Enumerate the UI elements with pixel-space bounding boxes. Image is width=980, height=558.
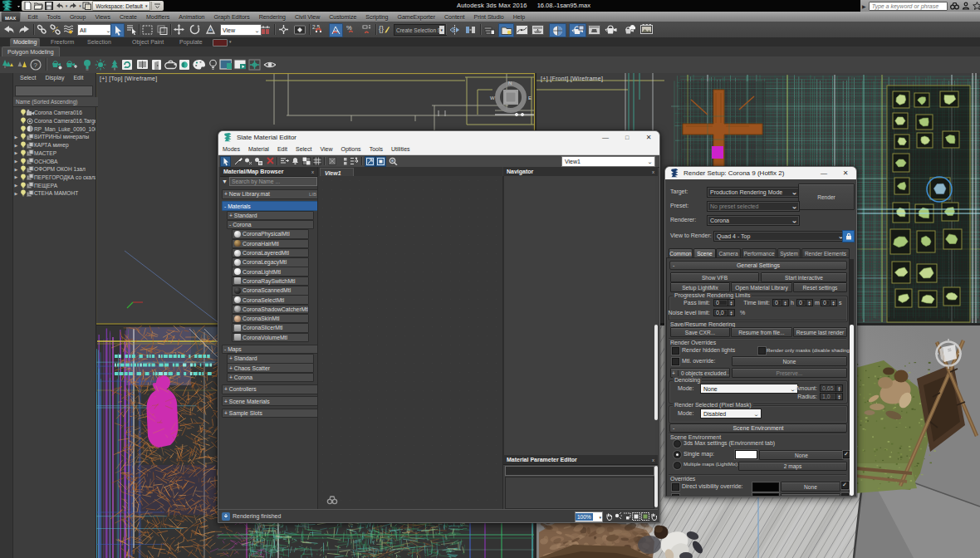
show-vfb-button[interactable]: Show VFB bbox=[670, 272, 759, 282]
slate-pick-from-object-icon[interactable] bbox=[243, 156, 252, 165]
viewport-lock-button[interactable] bbox=[842, 230, 855, 242]
slate-delete-icon[interactable] bbox=[266, 156, 275, 165]
slate-render-map-icon[interactable] bbox=[327, 156, 336, 165]
mtl-override-none-button[interactable]: None bbox=[732, 356, 847, 366]
use-pivot-point-icon[interactable] bbox=[259, 23, 272, 36]
slate-select-tree-icon[interactable] bbox=[341, 156, 350, 165]
visibility-bulb-icon[interactable] bbox=[19, 149, 27, 157]
ribbon-trees-icon[interactable] bbox=[2, 58, 14, 71]
ribbon-play-view-icon[interactable] bbox=[233, 58, 246, 71]
expand-arrow-icon[interactable]: ▶ bbox=[13, 159, 19, 164]
visibility-bulb-icon[interactable] bbox=[19, 158, 27, 165]
slate-show-background-icon[interactable] bbox=[301, 156, 311, 165]
explorer-item[interactable]: Corona Camera016.Targe bbox=[13, 117, 96, 125]
polygon-modeling-panel-tab[interactable]: Polygon Modeling bbox=[2, 46, 60, 56]
explorer-search-input[interactable] bbox=[15, 86, 93, 96]
slate-zoom-selected-icon[interactable] bbox=[375, 156, 386, 167]
keyboard-shortcut-override-icon[interactable] bbox=[293, 23, 306, 36]
canvas-search-binoculars-icon[interactable] bbox=[326, 495, 338, 505]
slate-menu-material[interactable]: Material bbox=[244, 146, 273, 152]
open-material-library-button[interactable]: Open Material Library bbox=[731, 282, 792, 292]
percent-snap-toggle-icon[interactable]: % bbox=[345, 23, 357, 36]
reflections-override-button[interactable] bbox=[781, 493, 840, 496]
browser-material-item[interactable]: CoronaScannedMtl bbox=[232, 286, 309, 296]
ribbon-tab-object-paint[interactable]: Object Paint bbox=[129, 38, 167, 46]
explorer-item[interactable]: ▶ОФОРМ ОКОН 1зал bbox=[13, 165, 96, 174]
direct-visibility-enable-checkbox[interactable] bbox=[841, 482, 849, 489]
browser-material-item[interactable]: CoronaSlicerMtl bbox=[232, 323, 309, 333]
expand-arrow-icon[interactable]: ▶ bbox=[13, 191, 19, 196]
selection-filter-dropdown[interactable]: All⌄ bbox=[77, 24, 113, 36]
browser-material-item[interactable]: CoronaLegacyMtl bbox=[232, 257, 309, 267]
browser-material-item[interactable]: CoronaSkinMtl bbox=[232, 314, 309, 324]
slate-zoom-extents-icon[interactable] bbox=[365, 156, 375, 167]
noise-limit-spinner[interactable]: 0,0▲▼ bbox=[713, 309, 735, 316]
direct-visibility-none-button[interactable]: None bbox=[781, 482, 840, 492]
ribbon-pine-icon[interactable] bbox=[108, 58, 120, 71]
rsetup-close-button[interactable]: ✕ bbox=[835, 167, 856, 179]
snaps-toggle-icon[interactable]: 2.5 bbox=[312, 23, 325, 36]
pass-limit-spinner[interactable]: 0▲▼ bbox=[713, 299, 735, 306]
denoising-mode-dropdown[interactable]: None⌄ bbox=[700, 384, 798, 394]
ribbon-door-icon[interactable] bbox=[150, 58, 163, 71]
start-interactive-button[interactable]: Start interactive bbox=[761, 272, 847, 282]
slate-menu-edit[interactable]: Edit bbox=[273, 146, 292, 152]
expand-arrow-icon[interactable]: ▶ bbox=[13, 167, 19, 172]
menu-group[interactable]: Group bbox=[65, 14, 90, 20]
select-and-rotate-icon[interactable] bbox=[189, 23, 201, 36]
menu-create[interactable]: Create bbox=[115, 14, 141, 20]
explorer-menu-select[interactable]: Select bbox=[20, 75, 36, 84]
slate-menu-select[interactable]: Select bbox=[292, 146, 316, 152]
render-production-icon[interactable] bbox=[605, 23, 617, 36]
browser-search-input[interactable]: Search by Name ... bbox=[229, 177, 317, 186]
reflections-override-checkbox[interactable] bbox=[841, 493, 849, 496]
unlink-selection-icon[interactable] bbox=[49, 23, 61, 36]
direct-visibility-checkbox[interactable] bbox=[672, 483, 679, 491]
multiple-maps-button[interactable]: 2 maps bbox=[738, 462, 847, 471]
ribbon-tab-selection[interactable]: Selection bbox=[84, 38, 115, 46]
browser-filter-icon[interactable]: ▼ bbox=[222, 179, 228, 184]
denoising-amount-spinner[interactable]: 0,65▲▼ bbox=[820, 384, 843, 392]
menu-print-studio[interactable]: Print Studio bbox=[469, 14, 508, 20]
scene-environment-rollout[interactable]: -Scene Environment bbox=[669, 423, 847, 433]
time-seconds-spinner[interactable]: 0▲▼ bbox=[821, 299, 837, 306]
slate-title-bar[interactable]: Slate Material Editor — □ ✕ bbox=[218, 131, 659, 144]
time-minutes-spinner[interactable]: 0▲▼ bbox=[796, 299, 813, 306]
menu-gameexporter[interactable]: GameExporter bbox=[393, 14, 440, 20]
ribbon-tree-small-icon[interactable] bbox=[16, 58, 28, 71]
add-excluded-button[interactable]: + bbox=[670, 370, 679, 376]
slate-hide-unused-nodeslots-icon[interactable] bbox=[291, 156, 300, 165]
slate-zoom-combo[interactable]: 100%▾ bbox=[575, 512, 603, 522]
slate-maximize-button[interactable]: □ bbox=[616, 131, 638, 144]
browser-material-item[interactable]: CoronaVolumeMtl bbox=[232, 333, 309, 343]
workspace-selector[interactable]: Workspace: Default ▾ bbox=[92, 1, 150, 11]
select-and-manipulate-icon[interactable] bbox=[277, 23, 290, 36]
slate-select-tool-icon[interactable] bbox=[220, 156, 231, 167]
browser-material-item[interactable]: CoronaLightMtl bbox=[232, 267, 309, 277]
reset-settings-button[interactable]: Reset settings bbox=[793, 282, 847, 292]
select-by-name-icon[interactable] bbox=[125, 23, 138, 36]
slate-menu-options[interactable]: Options bbox=[337, 146, 365, 152]
layer-manager-icon[interactable] bbox=[483, 23, 495, 36]
visibility-bulb-icon[interactable] bbox=[19, 165, 27, 173]
ribbon-update-page-icon[interactable] bbox=[121, 58, 134, 71]
help-search-input[interactable]: Type a keyword or phrase bbox=[869, 2, 948, 11]
spinner-snap-toggle-icon[interactable] bbox=[360, 23, 373, 36]
window-crossing-icon[interactable] bbox=[156, 23, 169, 36]
menu-customize[interactable]: Customize bbox=[325, 14, 361, 20]
slate-menu-modes[interactable]: Modes bbox=[218, 146, 244, 152]
viewport-shading-front[interactable]: [Wireframe] bbox=[571, 76, 603, 81]
mtl-override-checkbox[interactable] bbox=[672, 358, 679, 365]
3dsmax-logo-icon[interactable] bbox=[1, 0, 21, 12]
slate-node-canvas[interactable] bbox=[318, 176, 503, 509]
browser-group-item[interactable]: + Corona bbox=[227, 373, 314, 383]
resume-from-file-button[interactable]: Resume from file... bbox=[731, 327, 792, 337]
schematic-view-icon[interactable] bbox=[532, 23, 544, 36]
explorer-item[interactable]: ▶ПЕЩЕРА bbox=[13, 181, 96, 189]
render-hidden-lights-checkbox[interactable] bbox=[672, 347, 679, 355]
explorer-item[interactable]: ▶МАСТЕР bbox=[13, 149, 96, 158]
undo-icon[interactable] bbox=[55, 2, 65, 10]
redo-scene-icon[interactable] bbox=[17, 23, 30, 36]
redo-icon[interactable] bbox=[68, 2, 78, 10]
compass-east-label[interactable]: E bbox=[528, 95, 532, 100]
